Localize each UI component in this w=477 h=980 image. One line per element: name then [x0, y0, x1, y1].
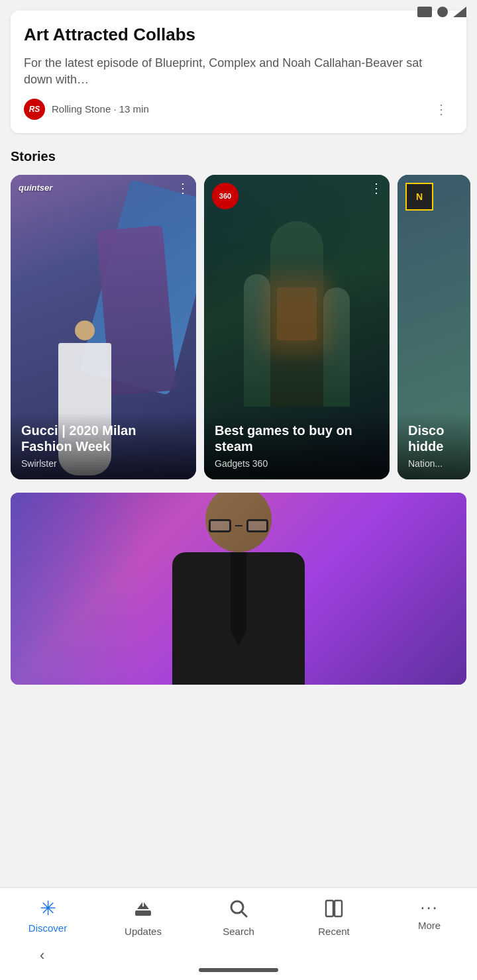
nav-item-updates[interactable]: Updates — [95, 896, 191, 940]
story-2-footer: Best games to buy on steam Gadgets 360 — [204, 412, 390, 479]
story-1-more-button[interactable]: ⋮ — [176, 181, 189, 195]
content-area: Art Attracted Collabs For the latest epi… — [0, 0, 477, 914]
stories-row: quintser ⋮ Gucci | 2020 Milan Fashion We… — [11, 175, 477, 479]
svg-rect-5 — [326, 901, 333, 916]
story-3-source: Nation... — [408, 458, 460, 469]
signal-dot-icon — [437, 7, 448, 17]
stories-section: Stories quintser — [0, 149, 477, 479]
badge-360-logo: 360 — [212, 183, 238, 209]
source-name: Rolling Stone · 13 min — [52, 103, 149, 115]
story-3-footer: Discohidde Nation... — [398, 412, 470, 479]
nav-item-recent[interactable]: Recent — [286, 896, 382, 940]
article-more-button[interactable]: ⋮ — [429, 100, 453, 119]
search-icon — [229, 899, 248, 922]
back-button[interactable]: ‹ — [40, 947, 44, 964]
battery-icon — [417, 7, 432, 17]
more-icon: ··· — [420, 899, 439, 916]
stories-title: Stories — [11, 149, 477, 164]
discover-icon: ✳ — [40, 899, 56, 918]
story-card-games[interactable]: 360 ⋮ Best games to buy on steam Gadgets… — [204, 175, 390, 479]
story-1-footer: Gucci | 2020 Milan Fashion Week Swirlste… — [11, 412, 196, 479]
svg-rect-6 — [335, 901, 342, 916]
home-indicator — [199, 968, 278, 972]
svg-line-4 — [242, 912, 246, 916]
article-meta: RS Rolling Stone · 13 min ⋮ — [24, 99, 453, 120]
signal-bars-icon — [453, 7, 466, 17]
nav-label-more: More — [418, 920, 441, 931]
person-article-bg — [11, 493, 466, 685]
story-badge-ng: N — [405, 183, 433, 211]
recent-icon — [324, 899, 344, 922]
story-1-title: Gucci | 2020 Milan Fashion Week — [21, 422, 186, 454]
nav-label-recent: Recent — [318, 926, 350, 937]
person-article[interactable] — [11, 493, 466, 685]
story-3-title: Discohidde — [408, 422, 460, 454]
updates-icon — [133, 899, 153, 922]
source-logo: RS — [24, 99, 45, 120]
story-1-source: Swirlster — [21, 458, 186, 469]
nav-item-discover[interactable]: ✳ Discover — [0, 896, 95, 936]
article-source: RS Rolling Stone · 13 min — [24, 99, 149, 120]
bottom-nav: ✳ Discover Updates Search Re — [0, 887, 477, 980]
article-card[interactable]: Art Attracted Collabs For the latest epi… — [11, 11, 466, 133]
story-card-national[interactable]: N Discohidde Nation... — [398, 175, 470, 479]
svg-rect-0 — [135, 910, 151, 916]
badge-ng-logo: N — [405, 183, 433, 211]
nav-item-more[interactable]: ··· More — [382, 896, 477, 934]
nav-label-discover: Discover — [28, 922, 67, 934]
story-badge-swirlster: quintser — [19, 183, 52, 193]
status-bar — [407, 0, 477, 24]
article-title: Art Attracted Collabs — [24, 24, 453, 46]
nav-label-updates: Updates — [125, 926, 162, 937]
story-badge-360: 360 — [212, 183, 238, 209]
story-2-more-button[interactable]: ⋮ — [370, 181, 383, 195]
story-2-title: Best games to buy on steam — [215, 422, 379, 454]
story-2-source: Gadgets 360 — [215, 458, 379, 469]
story-card-gucci[interactable]: quintser ⋮ Gucci | 2020 Milan Fashion We… — [11, 175, 196, 479]
nav-label-search: Search — [223, 926, 254, 937]
article-description: For the latest episode of Blueprint, Com… — [24, 55, 453, 88]
nav-item-search[interactable]: Search — [191, 896, 286, 940]
